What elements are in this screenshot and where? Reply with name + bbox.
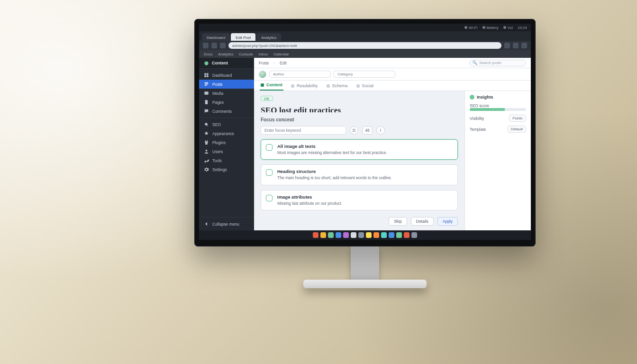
seo-suggestion-card[interactable]: Image attributes Missing last attribute … xyxy=(261,190,458,210)
gear-icon xyxy=(204,167,209,172)
checkbox-icon[interactable] xyxy=(266,144,273,151)
forward-icon[interactable] xyxy=(211,43,217,48)
page-title[interactable]: SEO lost edit practices xyxy=(261,106,458,113)
template-value[interactable]: Default xyxy=(508,126,526,133)
taskbar-app-icon[interactable] xyxy=(313,232,318,238)
sidebar-item-plugins[interactable]: Plugins xyxy=(199,138,254,147)
keyword-difficulty-badge[interactable]: D xyxy=(350,126,358,135)
sidebar-item-label: Appearance xyxy=(212,131,234,136)
sidebar-item-label: Dashboard xyxy=(212,73,232,78)
section-subtitle: Focus concept xyxy=(261,117,458,121)
inspector-panel: Insights SEO score Visibility Public Tem… xyxy=(464,91,531,230)
bookmark-link[interactable]: Docs xyxy=(204,52,212,56)
browser-toolbar: admin/post.php?post=241&action=edit xyxy=(199,41,531,50)
bookmark-link[interactable]: Analytics xyxy=(218,52,233,56)
author-avatar[interactable] xyxy=(259,71,266,78)
menu-icon[interactable] xyxy=(521,43,527,48)
extensions-icon[interactable] xyxy=(504,43,510,48)
taskbar-app-icon[interactable] xyxy=(373,232,379,238)
inspector-title: Insights xyxy=(470,95,526,100)
url-field[interactable]: admin/post.php?post=241&action=edit xyxy=(228,42,501,49)
taskbar-app-icon[interactable] xyxy=(351,232,356,238)
dot-icon xyxy=(291,84,294,88)
app-root: Content Dashboard Posts Media xyxy=(199,58,531,230)
bookmark-link[interactable]: Console xyxy=(239,52,253,56)
sidebar-item-label: SEO xyxy=(212,122,221,127)
keyword-intent-badge[interactable]: I xyxy=(376,126,385,135)
visibility-value[interactable]: Public xyxy=(509,115,526,122)
svg-rect-4 xyxy=(207,75,209,77)
back-icon[interactable] xyxy=(203,43,209,48)
taskbar-app-icon[interactable] xyxy=(343,232,349,238)
taskbar-app-icon[interactable] xyxy=(381,232,387,238)
taskbar-app-icon[interactable] xyxy=(389,232,394,238)
sidebar-item-label: Tools xyxy=(212,158,222,163)
taskbar-app-icon[interactable] xyxy=(366,232,372,238)
meta-toolbar: Author Category xyxy=(254,68,531,81)
sidebar-item-label: Users xyxy=(212,149,223,154)
browser-tab[interactable]: Dashboard xyxy=(202,33,230,41)
sidebar-item-label: Media xyxy=(212,91,223,96)
seo-suggestion-card[interactable]: All image alt texts Most images are miss… xyxy=(261,139,458,160)
tab-content[interactable]: Content xyxy=(260,81,283,91)
search-input[interactable]: 🔍 Search posts xyxy=(469,60,526,66)
bookmark-link[interactable]: Calendar xyxy=(273,52,289,56)
browser-tab[interactable]: Edit Post xyxy=(231,33,255,41)
taskbar-app-icon[interactable] xyxy=(328,232,334,238)
taskbar-app-icon[interactable] xyxy=(396,232,402,238)
sidebar-item-appearance[interactable]: Appearance xyxy=(199,129,254,138)
sidebar-item-dashboard[interactable]: Dashboard xyxy=(199,71,254,80)
battery-indicator: Battery xyxy=(482,26,499,30)
tab-schema[interactable]: Schema xyxy=(326,82,349,91)
sidebar-item-tools[interactable]: Tools xyxy=(199,156,254,165)
suggestion-title: Heading structure xyxy=(277,169,392,174)
sidebar-item-pages[interactable]: Pages xyxy=(199,98,254,107)
taskbar-app-icon[interactable] xyxy=(320,232,326,238)
logo-icon xyxy=(204,61,209,66)
profile-icon[interactable] xyxy=(513,43,519,48)
focus-keyword-input[interactable]: Enter focus keyword xyxy=(261,126,346,135)
score-label: SEO score xyxy=(470,103,526,108)
chevron-left-icon xyxy=(204,221,209,227)
suggestion-desc: Most images are missing alternative text… xyxy=(277,150,387,155)
author-field[interactable]: Author xyxy=(269,71,331,78)
breadcrumb[interactable]: Posts xyxy=(259,61,269,65)
taskbar-app-icon[interactable] xyxy=(411,232,417,238)
sidebar-item-posts[interactable]: Posts xyxy=(199,80,254,89)
bookmark-link[interactable]: Inbox xyxy=(259,52,268,56)
dot-icon xyxy=(356,84,360,88)
sidebar-item-label: Comments xyxy=(212,109,232,114)
apply-button[interactable]: Apply xyxy=(437,217,458,226)
svg-rect-2 xyxy=(207,73,209,75)
seo-suggestion-card[interactable]: Heading structure The main heading is to… xyxy=(261,164,458,185)
dot-icon xyxy=(327,84,330,88)
plugins-icon xyxy=(204,140,209,145)
sidebar-item-seo[interactable]: SEO xyxy=(199,120,254,129)
category-field[interactable]: Category xyxy=(334,71,395,78)
browser-tab[interactable]: Analytics xyxy=(256,33,281,41)
svg-rect-1 xyxy=(204,73,206,75)
details-button[interactable]: Details xyxy=(411,217,434,226)
sidebar-item-settings[interactable]: Settings xyxy=(199,165,254,174)
leaf-icon xyxy=(470,95,474,100)
taskbar-app-icon[interactable] xyxy=(404,232,410,238)
skip-button[interactable]: Skip xyxy=(389,217,407,226)
checkbox-icon[interactable] xyxy=(266,195,273,201)
sidebar-item-comments[interactable]: Comments xyxy=(199,107,254,116)
status-badge: OK xyxy=(261,96,273,101)
checkbox-icon[interactable] xyxy=(266,169,273,176)
sidebar-item-users[interactable]: Users xyxy=(199,147,254,156)
tools-icon xyxy=(204,158,209,163)
sidebar-item-media[interactable]: Media xyxy=(199,89,254,98)
taskbar-app-icon[interactable] xyxy=(336,232,341,238)
sidebar-collapse[interactable]: Collapse menu xyxy=(199,219,254,228)
tab-readability[interactable]: Readability xyxy=(290,82,319,91)
sidebar-brand[interactable]: Content xyxy=(199,58,254,68)
tab-social[interactable]: Social xyxy=(355,82,375,91)
keyword-volume-badge[interactable]: 48 xyxy=(362,126,373,135)
search-icon: 🔍 xyxy=(473,61,477,65)
breadcrumb-bar: Posts › Edit 🔍 Search posts xyxy=(254,58,531,68)
suggestion-desc: The main heading is too short; add relev… xyxy=(277,175,392,181)
taskbar-app-icon[interactable] xyxy=(358,232,364,238)
reload-icon[interactable] xyxy=(220,43,226,48)
